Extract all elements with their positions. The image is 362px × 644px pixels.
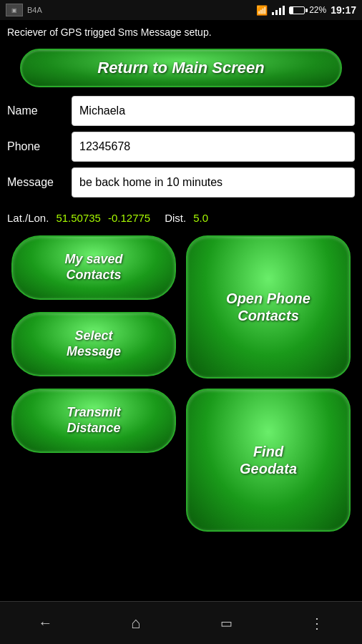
home-icon: ⌂ bbox=[131, 614, 140, 633]
longitude-value: -0.12775 bbox=[108, 212, 150, 224]
battery-percent: 22% bbox=[309, 5, 326, 15]
home-button[interactable]: ⌂ bbox=[118, 609, 154, 638]
latitude-value: 51.50735 bbox=[56, 212, 101, 224]
phone-input[interactable] bbox=[72, 132, 355, 162]
my-saved-contacts-button[interactable]: My savedContacts bbox=[11, 235, 176, 300]
back-icon: ← bbox=[38, 615, 52, 631]
dist-label: Dist. bbox=[165, 212, 186, 224]
select-message-button[interactable]: SelectMessage bbox=[11, 312, 176, 376]
return-btn-wrap: Return to Main Screen bbox=[0, 44, 362, 92]
latlon-row: Lat./Lon. 51.50735 -0.12775 Dist. 5.0 bbox=[0, 208, 362, 228]
recents-icon: ▭ bbox=[220, 615, 233, 631]
phone-row: Phone bbox=[7, 132, 355, 162]
find-geodata-label: FindGeodata bbox=[240, 443, 297, 477]
transmit-distance-button[interactable]: TransmitDistance bbox=[11, 389, 176, 453]
signal-icon bbox=[272, 6, 285, 15]
message-label: Message bbox=[7, 176, 72, 189]
select-message-label: SelectMessage bbox=[67, 328, 121, 359]
open-phone-contacts-button[interactable]: Open PhoneContacts bbox=[186, 235, 351, 379]
menu-icon: ⋮ bbox=[310, 615, 324, 632]
return-btn-label: Return to Main Screen bbox=[97, 59, 264, 77]
status-left: ▣ B4A bbox=[6, 4, 42, 16]
app-label: B4A bbox=[27, 6, 42, 14]
return-main-screen-button[interactable]: Return to Main Screen bbox=[20, 49, 342, 87]
name-row: Name bbox=[7, 96, 355, 126]
recents-button[interactable]: ▭ bbox=[208, 609, 244, 638]
my-saved-contacts-label: My savedContacts bbox=[64, 252, 122, 283]
open-phone-contacts-label: Open PhoneContacts bbox=[226, 290, 310, 324]
status-time: 19:17 bbox=[331, 4, 356, 16]
battery-icon bbox=[289, 6, 305, 14]
app-icon: ▣ bbox=[6, 4, 23, 16]
dist-value: 5.0 bbox=[193, 212, 208, 224]
message-row: Message bbox=[7, 167, 355, 197]
find-geodata-button[interactable]: FindGeodata bbox=[186, 389, 351, 532]
status-bar: ▣ B4A 📶 22% 19:17 bbox=[0, 0, 362, 20]
back-button[interactable]: ← bbox=[27, 609, 63, 638]
message-input[interactable] bbox=[72, 167, 355, 197]
header-title: Reciever of GPS trigged Sms Message setu… bbox=[7, 26, 212, 38]
transmit-distance-label: TransmitDistance bbox=[67, 405, 121, 436]
latlon-label: Lat./Lon. bbox=[7, 212, 49, 224]
phone-label: Phone bbox=[7, 140, 72, 153]
button-grid: My savedContacts Open PhoneContacts Sele… bbox=[0, 228, 362, 539]
bottom-navigation-bar: ← ⌂ ▭ ⋮ bbox=[0, 601, 362, 644]
form-area: Name Phone Message bbox=[0, 92, 362, 208]
status-right: 📶 22% 19:17 bbox=[256, 4, 356, 16]
menu-button[interactable]: ⋮ bbox=[299, 609, 335, 638]
header: Reciever of GPS trigged Sms Message setu… bbox=[0, 20, 362, 44]
name-input[interactable] bbox=[72, 96, 355, 126]
wifi-icon: 📶 bbox=[256, 5, 268, 16]
name-label: Name bbox=[7, 104, 72, 117]
